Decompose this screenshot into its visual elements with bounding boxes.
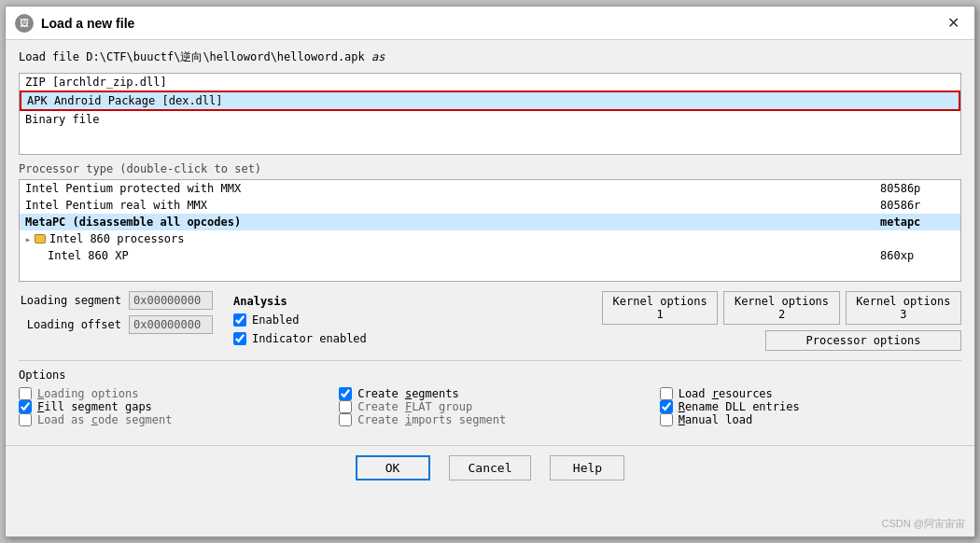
proc-item-80586p[interactable]: Intel Pentium protected with MMX 80586p xyxy=(20,180,960,197)
options-col2: Create segments Create FLAT group Create… xyxy=(339,387,640,426)
analysis-enabled-checkbox[interactable] xyxy=(233,313,246,327)
loading-options-label: Loading options xyxy=(37,387,138,400)
analysis-title: Analysis xyxy=(233,295,593,308)
close-button[interactable]: ✕ xyxy=(942,12,965,34)
proc-name-860xp: Intel 860 XP xyxy=(48,249,876,262)
title-bar: 🖼 Load a new file ✕ xyxy=(6,7,974,40)
analysis-box: Analysis Enabled Indicator enabled xyxy=(233,291,593,351)
loading-options-checkbox[interactable] xyxy=(19,387,32,400)
load-resources-label: Load resources xyxy=(679,387,773,400)
proc-item-80586r[interactable]: Intel Pentium real with MMX 80586r xyxy=(20,197,960,214)
tree-arrow-icon: ▸ xyxy=(25,234,31,244)
loading-offset-input[interactable] xyxy=(129,315,213,334)
analysis-enabled-row: Enabled xyxy=(233,313,593,327)
options-col1: Loading options Fill segment gaps Load a… xyxy=(19,387,320,426)
options-title: Options xyxy=(19,369,961,382)
loading-segment-label: Loading segment xyxy=(19,294,121,307)
lower-section: Loading segment Loading offset Analysis … xyxy=(19,291,961,351)
create-flat-checkbox[interactable] xyxy=(339,400,352,413)
opt-load-resources: Load resources xyxy=(660,387,961,400)
file-path-prefix: Load file D:\CTF\buuctf\逆向\helloword\hel… xyxy=(19,50,365,63)
analysis-indicator-label: Indicator enabled xyxy=(252,332,367,345)
analysis-indicator-row: Indicator enabled xyxy=(233,332,593,345)
dialog-title: Load a new file xyxy=(41,16,134,31)
opt-load-code: Load as code segment xyxy=(19,413,320,426)
rename-dll-label: Rename DLL entries xyxy=(679,400,800,413)
opt-create-imports: Create imports segment xyxy=(339,413,640,426)
opt-fill-segment: Fill segment gaps xyxy=(19,400,320,413)
format-item-zip[interactable]: ZIP [archldr_zip.dll] xyxy=(20,74,960,90)
fill-segment-label: Fill segment gaps xyxy=(37,400,152,413)
kernel-row-2: Processor options xyxy=(765,330,961,351)
create-segments-checkbox[interactable] xyxy=(339,387,352,400)
proc-id-80586r: 80586r xyxy=(880,199,955,212)
format-list[interactable]: ZIP [archldr_zip.dll] APK Android Packag… xyxy=(19,73,961,155)
proc-id-metapc: metapc xyxy=(880,216,955,229)
manual-load-checkbox[interactable] xyxy=(660,413,673,426)
load-code-checkbox[interactable] xyxy=(19,413,32,426)
help-button[interactable]: Help xyxy=(550,455,624,480)
analysis-enabled-label: Enabled xyxy=(252,313,300,327)
cancel-button[interactable]: Cancel xyxy=(449,455,532,480)
left-inputs: Loading segment Loading offset xyxy=(19,291,224,351)
proc-item-860xp[interactable]: Intel 860 XP 860xp xyxy=(20,247,960,264)
proc-name-80586r: Intel Pentium real with MMX xyxy=(25,199,876,212)
proc-id-80586p: 80586p xyxy=(880,182,955,195)
processor-options-button[interactable]: Processor options xyxy=(765,330,961,351)
opt-loading-options: Loading options xyxy=(19,387,320,400)
proc-item-860[interactable]: ▸ Intel 860 processors xyxy=(20,230,960,247)
file-path-line: Load file D:\CTF\buuctf\逆向\helloword\hel… xyxy=(19,49,961,65)
opt-create-flat: Create FLAT group xyxy=(339,400,640,413)
fill-segment-checkbox[interactable] xyxy=(19,400,32,413)
load-file-dialog: 🖼 Load a new file ✕ Load file D:\CTF\buu… xyxy=(5,6,975,537)
proc-name-860: Intel 860 processors xyxy=(49,232,876,245)
create-segments-label: Create segments xyxy=(357,387,458,400)
format-item-binary[interactable]: Binary file xyxy=(20,111,960,128)
file-path-as: as xyxy=(371,50,385,63)
processor-list[interactable]: Intel Pentium protected with MMX 80586p … xyxy=(19,179,961,282)
loading-segment-input[interactable] xyxy=(129,291,213,310)
load-resources-checkbox[interactable] xyxy=(660,387,673,400)
folder-icon xyxy=(35,234,46,244)
create-flat-label: Create FLAT group xyxy=(357,400,472,413)
processor-section-label: Processor type (double-click to set) xyxy=(19,162,961,175)
bottom-bar: OK Cancel Help xyxy=(6,445,974,490)
load-code-label: Load as code segment xyxy=(37,413,173,426)
opt-rename-dll: Rename DLL entries xyxy=(660,400,961,413)
proc-item-metapc[interactable]: MetaPC (disassemble all opcodes) metapc xyxy=(20,214,960,230)
kernel-row-1: Kernel options 1 Kernel options 2 Kernel… xyxy=(602,291,961,325)
manual-load-label: Manual load xyxy=(679,413,752,426)
kernel-options-3-button[interactable]: Kernel options 3 xyxy=(846,291,961,325)
proc-name-80586p: Intel Pentium protected with MMX xyxy=(25,182,876,195)
format-item-apk[interactable]: APK Android Package [dex.dll] xyxy=(20,90,960,111)
proc-name-metapc: MetaPC (disassemble all opcodes) xyxy=(25,216,876,229)
kernel-options-1-button[interactable]: Kernel options 1 xyxy=(602,291,718,325)
analysis-indicator-checkbox[interactable] xyxy=(233,332,246,345)
title-bar-left: 🖼 Load a new file xyxy=(15,14,134,33)
loading-offset-label: Loading offset xyxy=(19,318,121,331)
watermark: CSDN @阿宙宙宙 xyxy=(882,517,965,531)
options-col3: Load resources Rename DLL entries Manual… xyxy=(660,387,961,426)
rename-dll-checkbox[interactable] xyxy=(660,400,673,413)
loading-offset-row: Loading offset xyxy=(19,315,224,334)
create-imports-label: Create imports segment xyxy=(357,413,506,426)
loading-segment-row: Loading segment xyxy=(19,291,224,310)
dialog-icon: 🖼 xyxy=(15,14,34,33)
proc-id-860xp: 860xp xyxy=(880,249,955,262)
kernel-buttons: Kernel options 1 Kernel options 2 Kernel… xyxy=(602,291,961,351)
options-grid: Loading options Fill segment gaps Load a… xyxy=(19,387,961,426)
kernel-options-2-button[interactable]: Kernel options 2 xyxy=(723,291,839,325)
ok-button[interactable]: OK xyxy=(356,455,430,480)
options-section: Options Loading options Fill segment gap… xyxy=(19,360,961,426)
opt-manual-load: Manual load xyxy=(660,413,961,426)
dialog-content: Load file D:\CTF\buuctf\逆向\helloword\hel… xyxy=(6,40,974,445)
create-imports-checkbox[interactable] xyxy=(339,413,352,426)
opt-create-segments: Create segments xyxy=(339,387,640,400)
